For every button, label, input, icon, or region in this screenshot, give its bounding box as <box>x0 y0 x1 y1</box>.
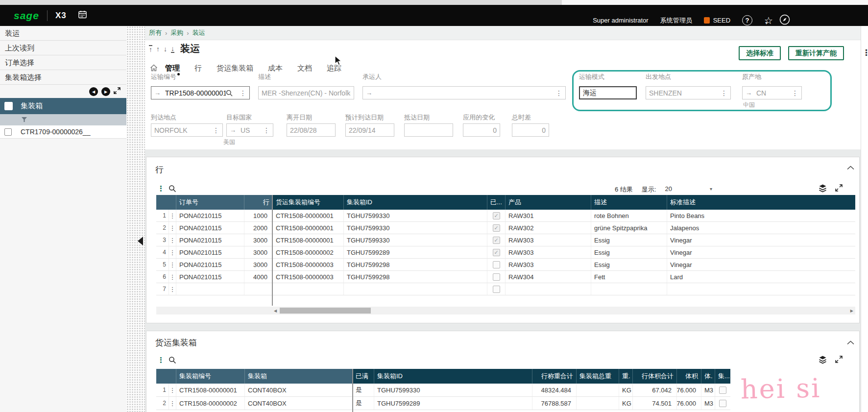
page-size-caret-icon[interactable]: ▾ <box>710 186 712 192</box>
containers-row[interactable]: 2⋮CTR1508-00000002CONT40BOX是TGHU75992897… <box>156 397 730 410</box>
column-header-loaded[interactable]: 已... <box>487 195 505 210</box>
breadcrumb-link-0[interactable]: 所有 <box>149 28 162 37</box>
destination_country-field[interactable]: →US⋮ <box>226 123 273 137</box>
description-field[interactable]: MER -Shenzen(CN) - Norfolk(US) <box>258 86 354 99</box>
eta-field[interactable]: 22/09/14 <box>345 123 394 137</box>
last-record-icon[interactable]: ↓ <box>171 45 174 53</box>
sidebar-resize-strip[interactable] <box>126 26 145 412</box>
cell-checkbox[interactable] <box>493 273 500 281</box>
collapse-section-icon[interactable] <box>847 338 854 347</box>
row-kebab-icon[interactable]: ⋮ <box>169 246 176 258</box>
lines-row[interactable]: 2⋮PONA02101152000CTR1508-00000001TGHU759… <box>156 222 855 234</box>
origin-field[interactable]: →CN⋮ <box>742 86 802 99</box>
column-header-freight_container[interactable]: 货运集装箱编号 <box>272 195 343 210</box>
cell-checkbox[interactable]: ✓ <box>493 249 500 256</box>
departure_date-field[interactable]: 22/08/28 <box>287 123 336 137</box>
sage-logo[interactable]: sage <box>14 10 39 22</box>
column-header-line_weight_total[interactable]: 行称重合计 <box>532 369 576 384</box>
scrollbar-thumb[interactable] <box>280 308 371 314</box>
lines-row[interactable]: 1⋮PONA02101151000CTR1508-00000001TGHU759… <box>156 210 855 222</box>
sidebar-item-2[interactable]: 订单选择 <box>0 55 126 70</box>
row-kebab-icon[interactable]: ⋮ <box>169 271 176 283</box>
cell-checkbox[interactable]: ✓ <box>493 224 500 232</box>
departure_location-field[interactable]: SHENZEN⋮ <box>646 86 731 99</box>
column-header-line_volume_total[interactable]: 行体积合计 <box>632 369 676 384</box>
column-header-container[interactable]: 集装箱 <box>244 369 352 384</box>
column-header-container_id[interactable]: 集装箱ID <box>343 195 487 210</box>
user-role[interactable]: 系统管理员 <box>660 16 692 25</box>
jump-arrow-icon[interactable]: → <box>154 89 161 97</box>
collapse-section-icon[interactable] <box>847 163 854 172</box>
field-options-kebab-icon[interactable]: ⋮ <box>260 126 270 134</box>
tab-4[interactable]: 文档 <box>297 64 312 73</box>
cell-checkbox[interactable] <box>493 286 500 293</box>
field-options-kebab-icon[interactable]: ⋮ <box>210 126 219 134</box>
cell-checkbox[interactable] <box>719 387 726 394</box>
lines-hscrollbar[interactable]: ◀ ▶ <box>156 307 855 315</box>
field-options-kebab-icon[interactable]: ⋮ <box>789 89 798 97</box>
column-header-container_id[interactable]: 集装箱ID <box>374 369 532 384</box>
lines-row[interactable]: 6⋮PONA02101154000CTR1508-00000003TGHU759… <box>156 271 855 283</box>
row-kebab-icon[interactable]: ⋮ <box>169 259 176 270</box>
cell-checkbox[interactable]: ✓ <box>493 212 500 219</box>
breadcrumb-link-1[interactable]: 采购 <box>170 28 183 37</box>
tab-2[interactable]: 货运集装箱 <box>217 64 253 73</box>
column-header-container_no[interactable]: 集装箱编号 <box>176 369 244 384</box>
jump-arrow-icon[interactable]: → <box>746 89 752 97</box>
column-header-container_total_weight[interactable]: 集装箱总重 <box>576 369 619 384</box>
expand-panel-icon[interactable] <box>114 87 121 96</box>
row-checkbox[interactable] <box>4 128 12 136</box>
scroll-right-icon[interactable]: ▶ <box>850 309 853 313</box>
lookup-search-icon[interactable] <box>226 90 233 97</box>
card-view-layers-icon[interactable] <box>819 184 827 194</box>
container-list-filter-row[interactable] <box>0 114 126 125</box>
tab-0[interactable]: 管理 <box>165 64 180 73</box>
total_variance-field[interactable]: 0 <box>512 123 549 137</box>
lines-search-icon[interactable] <box>169 185 176 194</box>
column-header-standard_description[interactable]: 标准描述 <box>667 195 855 210</box>
display-page-size[interactable]: 20 <box>665 185 672 194</box>
favorites-control[interactable]: ☆ ▾ <box>764 15 768 25</box>
more-actions-kebab-icon[interactable]: ⋮ <box>862 48 868 58</box>
user-name[interactable]: Super administrator <box>593 17 648 24</box>
previous-record-icon[interactable]: ↑ <box>156 46 160 52</box>
card-view-layers-icon[interactable] <box>819 356 827 366</box>
arrival_location-field[interactable]: NORFOLK⋮ <box>151 123 223 137</box>
row-kebab-icon[interactable]: ⋮ <box>169 210 176 221</box>
sidebar-item-0[interactable]: 装运 <box>0 26 126 41</box>
row-kebab-icon[interactable]: ⋮ <box>169 234 176 246</box>
navigation-compass-icon[interactable] <box>779 14 790 27</box>
transport_mode-field[interactable]: 海运 <box>579 86 637 99</box>
field-options-kebab-icon[interactable]: ⋮ <box>718 89 727 97</box>
sidebar-collapse-icon[interactable] <box>138 237 143 245</box>
tab-5[interactable]: 追踪 <box>327 64 341 73</box>
next-record-icon[interactable]: ▶ <box>101 87 110 96</box>
breadcrumb-link-2[interactable]: 装运 <box>193 28 205 37</box>
column-header-order[interactable]: 订单号 <box>176 195 244 210</box>
column-header-selected[interactable]: 集... <box>715 369 730 384</box>
select-all-checkbox[interactable] <box>4 102 13 110</box>
column-header-weight_unit[interactable]: 重. <box>619 369 632 384</box>
cell-checkbox[interactable] <box>719 400 726 407</box>
jump-arrow-icon[interactable]: → <box>366 89 372 97</box>
sidebar-item-1[interactable]: 上次读到 <box>0 41 126 55</box>
first-record-icon[interactable]: ↑ <box>149 45 152 53</box>
containers-row[interactable]: 1⋮CTR1508-00000001CONT40BOX是TGHU75993304… <box>156 384 730 397</box>
field-options-kebab-icon[interactable]: ⋮ <box>553 89 562 97</box>
lines-row[interactable]: 5⋮PONA02101153000CTR1508-00000003TGHU759… <box>156 259 855 271</box>
carrier-field[interactable]: →⋮ <box>362 86 566 99</box>
expand-table-icon[interactable] <box>835 356 843 365</box>
tab-3[interactable]: 成本 <box>268 64 283 73</box>
field-options-kebab-icon[interactable]: ⋮ <box>237 89 246 97</box>
row-kebab-icon[interactable]: ⋮ <box>169 222 176 234</box>
help-icon[interactable]: ? <box>742 15 752 25</box>
column-header-full[interactable]: 已满 <box>352 369 374 384</box>
row-kebab-icon[interactable]: ⋮ <box>169 384 176 396</box>
column-header-volume_unit[interactable]: 体. <box>701 369 715 384</box>
recalculate-capacity-button[interactable]: 重新计算产能 <box>788 46 844 60</box>
scroll-left-icon[interactable]: ◀ <box>274 309 277 313</box>
endpoint-badge[interactable]: SEED <box>704 17 730 24</box>
lines-row[interactable]: 3⋮PONA02101153000CTR1508-00000001TGHU759… <box>156 234 855 246</box>
tab-1[interactable]: 行 <box>194 64 202 73</box>
column-header-product[interactable]: 产品 <box>505 195 591 210</box>
